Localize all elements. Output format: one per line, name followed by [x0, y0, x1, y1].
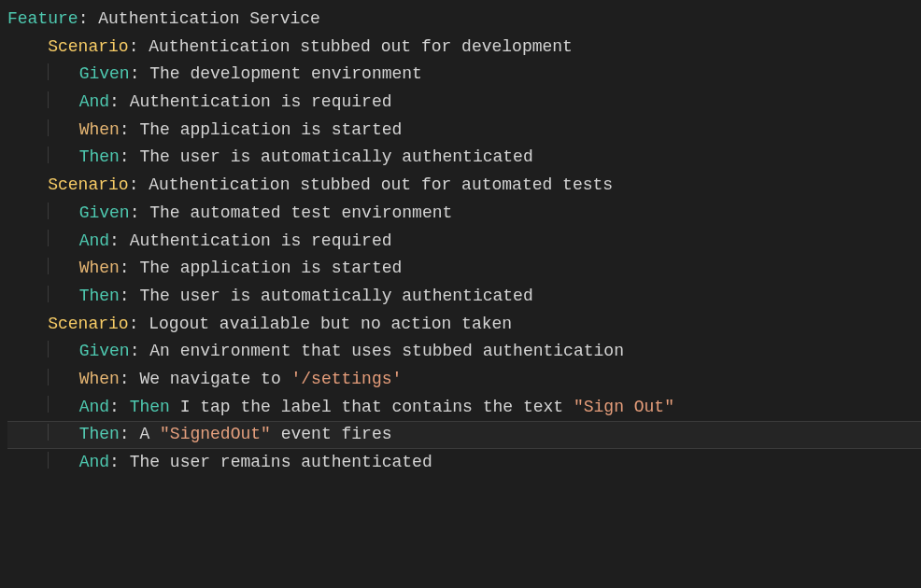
- step-text: The development environment: [149, 64, 422, 83]
- step-text: We navigate to: [139, 370, 290, 388]
- colon: :: [130, 342, 150, 360]
- feature-keyword: Feature: [7, 9, 78, 28]
- step-text: A: [139, 425, 160, 443]
- and-keyword: And: [79, 231, 109, 250]
- colon: :: [130, 64, 150, 83]
- code-editor[interactable]: Feature: Authentication Service Scenario…: [0, 0, 921, 477]
- step-text: The application is started: [139, 259, 402, 277]
- colon: :: [78, 9, 99, 28]
- colon: :: [109, 398, 130, 416]
- scenario-keyword: Scenario: [48, 37, 128, 56]
- scenario-line: Scenario: Logout available but no action…: [7, 311, 921, 339]
- step-text: The user is automatically authenticated: [139, 287, 532, 305]
- step-line: Given: An environment that uses stubbed …: [7, 338, 921, 366]
- colon: :: [129, 315, 149, 333]
- step-line: And: Authentication is required: [7, 89, 921, 117]
- colon: :: [120, 120, 140, 139]
- scenario-line: Scenario: Authentication stubbed out for…: [7, 34, 921, 62]
- step-text: Authentication is required: [130, 92, 392, 111]
- step-line: And: Authentication is required: [7, 228, 921, 256]
- step-line: Then: The user is automatically authenti…: [7, 283, 921, 311]
- scenario-line: Scenario: Authentication stubbed out for…: [7, 172, 921, 200]
- step-line: Then: The user is automatically authenti…: [7, 144, 921, 172]
- step-text: event fires: [271, 425, 392, 443]
- colon: :: [109, 231, 130, 250]
- step-line: And: Then I tap the label that contains …: [7, 394, 921, 422]
- colon: :: [130, 203, 150, 222]
- step-text: Authentication is required: [130, 231, 392, 250]
- step-line: When: The application is started: [7, 255, 921, 283]
- when-keyword: When: [79, 259, 120, 277]
- colon: :: [109, 453, 130, 471]
- step-line: When: The application is started: [7, 117, 921, 145]
- step-line: Given: The development environment: [7, 61, 921, 89]
- then-keyword: Then: [79, 147, 120, 166]
- colon: :: [120, 370, 140, 388]
- then-keyword: Then: [79, 425, 120, 443]
- when-keyword: When: [79, 370, 120, 388]
- string-literal: '/settings': [290, 370, 402, 388]
- step-line: Given: The automated test environment: [7, 200, 921, 228]
- given-keyword: Given: [79, 342, 130, 360]
- given-keyword: Given: [79, 203, 130, 222]
- step-text: An environment that uses stubbed authent…: [149, 342, 624, 360]
- when-keyword: When: [79, 120, 120, 139]
- scenario-title: Authentication stubbed out for developme…: [149, 37, 573, 56]
- colon: :: [129, 175, 149, 194]
- colon: :: [120, 147, 140, 166]
- step-text: The user remains authenticated: [130, 453, 432, 471]
- colon: :: [120, 287, 140, 305]
- scenario-title: Logout available but no action taken: [149, 315, 512, 333]
- and-keyword: And: [79, 453, 109, 471]
- step-line: When: We navigate to '/settings': [7, 366, 921, 394]
- step-text: The automated test environment: [149, 203, 452, 222]
- colon: :: [109, 92, 130, 111]
- string-literal: "SignedOut": [160, 425, 271, 443]
- step-text: The application is started: [139, 120, 402, 139]
- string-literal: "Sign Out": [574, 398, 674, 416]
- given-keyword: Given: [79, 64, 130, 83]
- step-line: And: The user remains authenticated: [7, 449, 921, 477]
- colon: :: [120, 259, 140, 277]
- scenario-title: Authentication stubbed out for automated…: [149, 175, 613, 194]
- step-text: I tap the label that contains the text: [170, 398, 574, 416]
- scenario-keyword: Scenario: [48, 175, 128, 194]
- step-text: The user is automatically authenticated: [139, 147, 532, 166]
- and-keyword: And: [79, 398, 109, 416]
- feature-line: Feature: Authentication Service: [7, 6, 921, 34]
- scenario-keyword: Scenario: [48, 315, 128, 333]
- then-keyword: Then: [79, 287, 120, 305]
- colon: :: [120, 425, 140, 443]
- then-inline-keyword: Then: [130, 398, 170, 416]
- step-line-active: Then: A "SignedOut" event fires: [7, 421, 921, 449]
- feature-title: Authentication Service: [98, 9, 320, 28]
- and-keyword: And: [79, 92, 109, 111]
- colon: :: [129, 37, 149, 56]
